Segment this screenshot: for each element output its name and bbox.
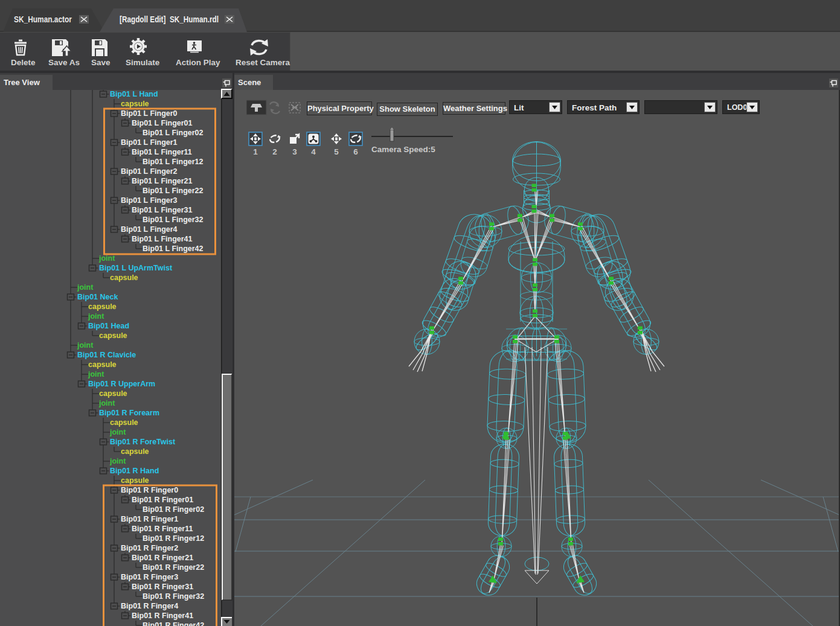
svg-text:4: 4 — [311, 147, 316, 156]
svg-text:1: 1 — [253, 147, 258, 156]
svg-text:6: 6 — [353, 147, 358, 156]
svg-text:3: 3 — [292, 147, 297, 156]
svg-text:Camera Speed:5: Camera Speed:5 — [371, 145, 435, 154]
svg-text:5: 5 — [334, 147, 339, 156]
svg-text:2: 2 — [272, 147, 277, 156]
